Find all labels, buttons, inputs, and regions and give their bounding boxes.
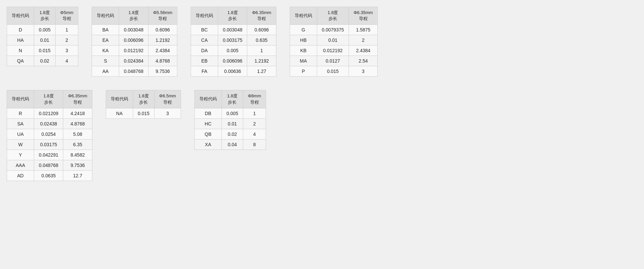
table-row: AA0.0487689.7536 — [92, 66, 177, 77]
table-row: P0.0153 — [290, 66, 378, 77]
col-header: Φ6.35mm导程 — [247, 7, 276, 25]
table-cell: 0.03175 — [34, 139, 63, 150]
table-3: 导程代码 1.8度步长 Φ6.35mm导程 BC0.0030480.6096CA… — [191, 7, 276, 77]
table-block-7: 导程代码 1.8度步长 Φ8mm导程 DB0.0051HC0.012QB0.02… — [194, 90, 266, 181]
col-header: 导程代码 — [92, 7, 119, 25]
section-1: 导程代码 1.8度步长 Φ5mm导程 D0.0051HA0.012N0.0153… — [7, 7, 637, 77]
table-cell: 0.021209 — [34, 108, 63, 118]
table-row: FA0.006361.27 — [191, 66, 276, 77]
table-cell: 0.003048 — [119, 25, 148, 35]
table-row: W0.031756.35 — [7, 139, 92, 150]
col-header: 导程代码 — [194, 90, 221, 108]
table-row: N0.0153 — [7, 46, 78, 56]
col-header: Φ8mm导程 — [243, 90, 266, 108]
table-block-6: 导程代码 1.8度步长 Φ6.5mm导程 NA0.0153 — [106, 90, 181, 181]
table-row: KA0.0121922.4384 — [92, 46, 177, 56]
table-cell: 0.04 — [221, 139, 243, 150]
col-header: 导程代码 — [106, 90, 133, 108]
table-row: MA0.01272.54 — [290, 56, 378, 66]
table-cell: 3 — [349, 66, 378, 77]
table-row: BA0.0030480.6096 — [92, 25, 177, 35]
table-cell: QA — [7, 56, 34, 66]
table-cell: 0.005 — [34, 25, 56, 35]
table-row: KB0.0121922.4384 — [290, 46, 378, 56]
table-cell: 2 — [56, 35, 78, 46]
col-header: 1.8度步长 — [119, 7, 148, 25]
table-cell: 0.0079375 — [317, 25, 349, 35]
col-header: 1.8度步长 — [133, 90, 154, 108]
table-cell: G — [290, 25, 317, 35]
table-cell: 0.024384 — [119, 56, 148, 66]
table-row: QB0.024 — [194, 129, 266, 139]
table-cell: Y — [7, 150, 34, 160]
table-cell: AA — [92, 66, 119, 77]
table-cell: 0.6096 — [148, 25, 177, 35]
table-cell: BA — [92, 25, 119, 35]
table-4: 导程代码 1.8度步长 Φ6.35mm导程 G0.00793751.5875HB… — [290, 7, 378, 77]
table-row: HC0.012 — [194, 118, 266, 129]
table-cell: D — [7, 25, 34, 35]
table-7: 导程代码 1.8度步长 Φ8mm导程 DB0.0051HC0.012QB0.02… — [194, 90, 266, 150]
table-cell: R — [7, 108, 34, 118]
table-cell: 0.006096 — [218, 56, 247, 66]
table-block-2: 导程代码 1.8度步长 Φ5.56mm导程 BA0.0030480.6096EA… — [92, 7, 177, 77]
table-cell: UA — [7, 129, 34, 139]
table-row: QA0.024 — [7, 56, 78, 66]
table-cell: 1.2192 — [148, 35, 177, 46]
table-cell: 0.012192 — [119, 46, 148, 56]
table-cell: 0.042291 — [34, 150, 63, 160]
table-cell: 0.005 — [218, 46, 247, 56]
table-row: S0.0243844.8768 — [92, 56, 177, 66]
table-cell: 0.015 — [34, 46, 56, 56]
table-row: CA0.0031750.635 — [191, 35, 276, 46]
table-block-4: 导程代码 1.8度步长 Φ6.35mm导程 G0.00793751.5875HB… — [290, 7, 378, 77]
table-cell: 0.015 — [317, 66, 349, 77]
table-row: NA0.0153 — [106, 108, 181, 118]
table-row: AAA0.0487689.7536 — [7, 160, 92, 170]
table-cell: 4 — [243, 129, 266, 139]
table-row: XA0.048 — [194, 139, 266, 150]
table-row: D0.0051 — [7, 25, 78, 35]
table-cell: EA — [92, 35, 119, 46]
table-cell: 0.6096 — [247, 25, 276, 35]
table-cell: 0.01 — [34, 35, 56, 46]
table-cell: 0.02438 — [34, 118, 63, 129]
table-row: DA0.0051 — [191, 46, 276, 56]
table-cell: 2.4384 — [349, 46, 378, 56]
table-cell: BC — [191, 25, 218, 35]
table-cell: 3 — [154, 108, 181, 118]
col-header: 1.8度步长 — [317, 7, 349, 25]
table-cell: N — [7, 46, 34, 56]
col-header: Φ6.35mm导程 — [63, 90, 92, 108]
table-cell: 1 — [56, 25, 78, 35]
table-cell: 0.006096 — [119, 35, 148, 46]
table-cell: 3 — [56, 46, 78, 56]
table-cell: 4.8768 — [148, 56, 177, 66]
table-cell: AD — [7, 170, 34, 181]
table-cell: 1.2192 — [247, 56, 276, 66]
table-cell: 4.8768 — [63, 118, 92, 129]
table-cell: 0.02 — [34, 56, 56, 66]
col-header: Φ5.56mm导程 — [148, 7, 177, 25]
table-cell: 8 — [243, 139, 266, 150]
table-cell: DB — [194, 108, 221, 118]
table-cell: 1 — [243, 108, 266, 118]
table-2: 导程代码 1.8度步长 Φ5.56mm导程 BA0.0030480.6096EA… — [92, 7, 177, 77]
table-cell: CA — [191, 35, 218, 46]
table-block-5: 导程代码 1.8度步长 Φ6.35mm导程 R0.0212094.2418SA0… — [7, 90, 92, 181]
table-cell: 0.012192 — [317, 46, 349, 56]
table-cell: 0.005 — [221, 108, 243, 118]
table-row: R0.0212094.2418 — [7, 108, 92, 118]
col-header: 1.8度步长 — [221, 90, 243, 108]
table-cell: QB — [194, 129, 221, 139]
table-cell: 0.635 — [247, 35, 276, 46]
table-cell: 2.54 — [349, 56, 378, 66]
table-cell: FA — [191, 66, 218, 77]
table-cell: 12.7 — [63, 170, 92, 181]
table-block-3: 导程代码 1.8度步长 Φ6.35mm导程 BC0.0030480.6096CA… — [191, 7, 276, 77]
table-row: HA0.012 — [7, 35, 78, 46]
table-cell: AAA — [7, 160, 34, 170]
table-row: DB0.0051 — [194, 108, 266, 118]
table-cell: 8.4582 — [63, 150, 92, 160]
table-row: G0.00793751.5875 — [290, 25, 378, 35]
